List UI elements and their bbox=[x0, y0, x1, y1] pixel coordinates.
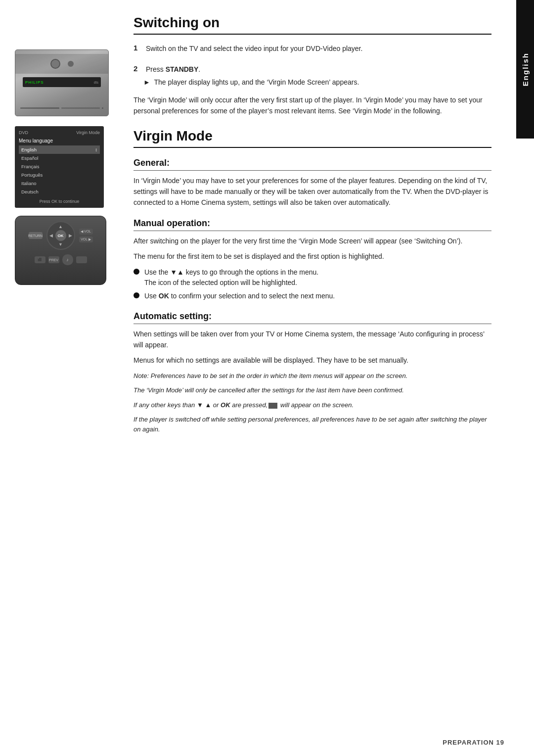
auto-body2: Menus for which no settings are availabl… bbox=[134, 355, 491, 366]
vm-lang-english: English ↕ bbox=[19, 145, 100, 154]
manual-operation-subtitle: Manual operation: bbox=[134, 218, 491, 231]
note3: If any other keys than ▼ ▲ or OK are pre… bbox=[134, 400, 491, 410]
english-side-tab: English bbox=[516, 0, 534, 139]
step-1-number: 1 bbox=[134, 44, 143, 54]
bullet-1: Use the ▼▲ keys to go through the option… bbox=[134, 267, 491, 288]
note3-ok: OK bbox=[221, 401, 230, 409]
vm-lang-deutsch: Deutsch bbox=[19, 188, 100, 196]
bullet-1-text: Use the ▼▲ keys to go through the option… bbox=[144, 268, 318, 276]
manual-operation-section: Manual operation: After switching on the… bbox=[134, 218, 491, 301]
vm-lang-italiano: Italiano bbox=[19, 179, 100, 188]
vm-lang-francais: Français bbox=[19, 162, 100, 171]
vm-lang-portugues: Português bbox=[19, 171, 100, 179]
note3-prefix: If any other keys than ▼ ▲ or bbox=[134, 401, 221, 409]
step-2-result-text: The player display lights up, and the ‘V… bbox=[154, 78, 359, 86]
step-1-text: Switch on the TV and select the video in… bbox=[146, 44, 362, 54]
left-images-column: PHILIPS dts DVD Virgin Mode bbox=[0, 0, 119, 756]
bullet-1-sub: The icon of the selected option will be … bbox=[144, 279, 297, 286]
remote-control-image: RETURN ▲ ▼ ◀ ▶ bbox=[15, 216, 119, 285]
side-tab-label: English bbox=[521, 52, 530, 86]
virgin-mode-title: Virgin Mode bbox=[134, 128, 491, 148]
step-2-result: ► The player display lights up, and the … bbox=[134, 77, 491, 88]
note4: If the player is switched off while sett… bbox=[134, 415, 491, 434]
step-1: 1 Switch on the TV and select the video … bbox=[134, 44, 491, 54]
manual-body2: The menu for the first item to be set is… bbox=[134, 251, 491, 262]
note3-suffix: will appear on the screen. bbox=[278, 401, 354, 409]
step-2-number: 2 bbox=[134, 64, 143, 75]
bullet-2-prefix: Use bbox=[144, 292, 159, 300]
switching-on-body1: The ‘Virgin Mode’ will only occur after … bbox=[134, 95, 491, 116]
note2: The ‘Virgin Mode’ will only be cancelled… bbox=[134, 385, 491, 395]
virgin-mode-screen-image: DVD Virgin Mode Menu language English ↕ … bbox=[15, 126, 119, 208]
auto-body1: When settings will be taken over from yo… bbox=[134, 329, 491, 350]
bullet-2-suffix: to confirm your selection and to select … bbox=[169, 292, 335, 300]
bullet-dot-2 bbox=[134, 292, 139, 298]
general-section: General: In ‘Virgin Mode’ you may have t… bbox=[134, 158, 491, 208]
vm-dvd-label: DVD bbox=[19, 130, 28, 135]
note1: Note: Preferences have to be set in the … bbox=[134, 371, 491, 381]
note3-mid: are pressed, bbox=[230, 401, 268, 409]
automatic-setting-section: Automatic setting: When settings will be… bbox=[134, 311, 491, 434]
vm-virgin-mode-label: Virgin Mode bbox=[76, 130, 100, 135]
step-2-label: Press STANDBY. bbox=[146, 64, 200, 75]
automatic-setting-subtitle: Automatic setting: bbox=[134, 311, 491, 324]
bullet-2-content: Use OK to confirm your selection and to … bbox=[144, 291, 335, 301]
bullet-2-ok: OK bbox=[159, 292, 169, 300]
arrow-indicator: ► bbox=[143, 78, 150, 86]
standby-keyword: STANDBY bbox=[166, 65, 199, 73]
dvd-player-image: PHILIPS dts bbox=[15, 49, 119, 116]
page-footer: PREPARATION 19 bbox=[443, 739, 504, 746]
switching-on-title: Switching on bbox=[134, 15, 491, 35]
manual-body1: After switching on the player for the ve… bbox=[134, 236, 491, 247]
vm-lang-espanol: Español bbox=[19, 154, 100, 162]
bullet-2: Use OK to confirm your selection and to … bbox=[134, 291, 491, 301]
bullet-1-content: Use the ▼▲ keys to go through the option… bbox=[144, 267, 318, 288]
inline-icon bbox=[268, 403, 277, 409]
vm-menu-language-label: Menu language bbox=[19, 138, 100, 143]
general-body: In ‘Virgin Mode’ you may have to set you… bbox=[134, 176, 491, 208]
vm-press-ok: Press OK to continue bbox=[19, 199, 100, 204]
general-subtitle: General: bbox=[134, 158, 491, 171]
bullet-dot-1 bbox=[134, 269, 139, 275]
text-column: Switching on 1 Switch on the TV and sele… bbox=[119, 0, 516, 756]
step-2: 2 Press STANDBY. ► The player display li… bbox=[134, 64, 491, 88]
